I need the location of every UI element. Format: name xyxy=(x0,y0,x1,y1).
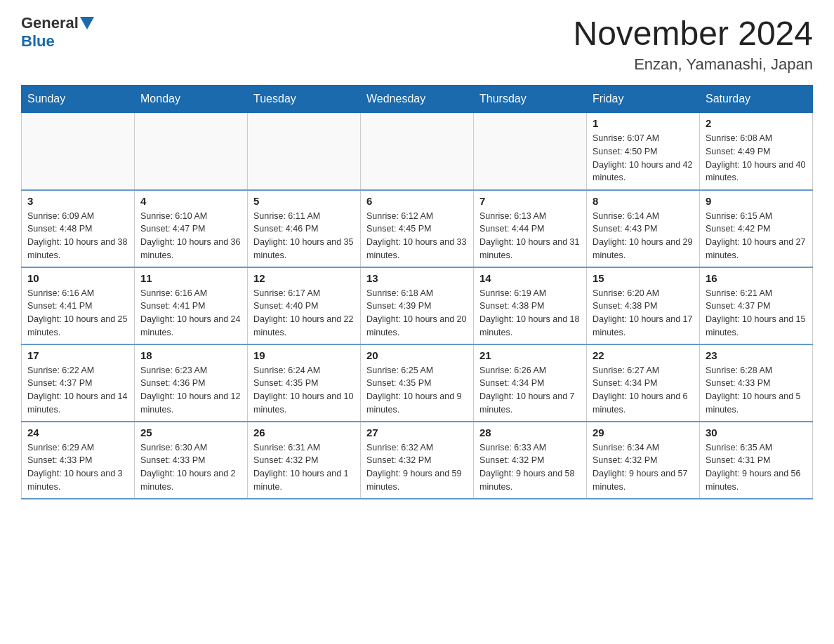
calendar-week-2: 10Sunrise: 6:16 AMSunset: 4:41 PMDayligh… xyxy=(22,267,813,344)
calendar-cell xyxy=(474,113,587,190)
calendar-cell: 26Sunrise: 6:31 AMSunset: 4:32 PMDayligh… xyxy=(248,422,361,499)
calendar-cell: 21Sunrise: 6:26 AMSunset: 4:34 PMDayligh… xyxy=(474,344,587,422)
calendar-cell: 19Sunrise: 6:24 AMSunset: 4:35 PMDayligh… xyxy=(248,344,361,422)
logo-blue-text: Blue xyxy=(21,32,55,50)
day-info: Sunrise: 6:13 AMSunset: 4:44 PMDaylight:… xyxy=(479,210,581,262)
day-number: 22 xyxy=(593,349,694,361)
day-number: 6 xyxy=(366,195,468,207)
calendar-cell: 14Sunrise: 6:19 AMSunset: 4:38 PMDayligh… xyxy=(474,267,587,344)
calendar-cell: 20Sunrise: 6:25 AMSunset: 4:35 PMDayligh… xyxy=(361,344,474,422)
title-area: November 2024 Enzan, Yamanashi, Japan xyxy=(573,14,813,74)
day-number: 19 xyxy=(253,349,355,361)
day-number: 5 xyxy=(253,195,355,207)
day-number: 24 xyxy=(27,427,128,438)
calendar-cell: 13Sunrise: 6:18 AMSunset: 4:39 PMDayligh… xyxy=(361,267,474,344)
calendar-cell: 25Sunrise: 6:30 AMSunset: 4:33 PMDayligh… xyxy=(135,422,248,499)
day-info: Sunrise: 6:22 AMSunset: 4:37 PMDaylight:… xyxy=(27,364,128,417)
day-number: 1 xyxy=(593,117,694,129)
day-number: 21 xyxy=(479,349,581,361)
day-info: Sunrise: 6:35 AMSunset: 4:31 PMDaylight:… xyxy=(706,441,807,494)
day-info: Sunrise: 6:20 AMSunset: 4:38 PMDaylight:… xyxy=(593,287,694,340)
calendar-week-0: 1Sunrise: 6:07 AMSunset: 4:50 PMDaylight… xyxy=(22,113,813,190)
day-number: 23 xyxy=(706,349,807,361)
day-number: 3 xyxy=(27,195,128,207)
weekday-header-monday: Monday xyxy=(135,86,248,113)
day-number: 30 xyxy=(706,427,807,438)
calendar-cell: 29Sunrise: 6:34 AMSunset: 4:32 PMDayligh… xyxy=(587,422,700,499)
day-number: 2 xyxy=(706,117,807,129)
calendar-cell: 16Sunrise: 6:21 AMSunset: 4:37 PMDayligh… xyxy=(700,267,813,344)
day-info: Sunrise: 6:17 AMSunset: 4:40 PMDaylight:… xyxy=(253,287,355,340)
day-number: 28 xyxy=(479,427,581,438)
day-info: Sunrise: 6:32 AMSunset: 4:32 PMDaylight:… xyxy=(366,441,468,494)
day-info: Sunrise: 6:29 AMSunset: 4:33 PMDaylight:… xyxy=(27,441,128,494)
logo: General Blue xyxy=(21,14,95,51)
day-info: Sunrise: 6:11 AMSunset: 4:46 PMDaylight:… xyxy=(253,210,355,262)
day-info: Sunrise: 6:14 AMSunset: 4:43 PMDaylight:… xyxy=(593,210,694,262)
day-info: Sunrise: 6:24 AMSunset: 4:35 PMDaylight:… xyxy=(253,364,355,417)
month-title: November 2024 xyxy=(573,14,813,53)
calendar-body: 1Sunrise: 6:07 AMSunset: 4:50 PMDaylight… xyxy=(22,113,813,499)
day-number: 10 xyxy=(27,272,128,284)
day-info: Sunrise: 6:30 AMSunset: 4:33 PMDaylight:… xyxy=(140,441,241,494)
weekday-header-friday: Friday xyxy=(587,86,700,113)
day-info: Sunrise: 6:21 AMSunset: 4:37 PMDaylight:… xyxy=(706,287,807,340)
day-info: Sunrise: 6:23 AMSunset: 4:36 PMDaylight:… xyxy=(140,364,241,417)
day-info: Sunrise: 6:07 AMSunset: 4:50 PMDaylight:… xyxy=(593,132,694,185)
day-info: Sunrise: 6:28 AMSunset: 4:33 PMDaylight:… xyxy=(706,364,807,417)
day-number: 11 xyxy=(140,272,241,284)
calendar-cell: 5Sunrise: 6:11 AMSunset: 4:46 PMDaylight… xyxy=(248,190,361,267)
calendar-cell: 4Sunrise: 6:10 AMSunset: 4:47 PMDaylight… xyxy=(135,190,248,267)
day-number: 17 xyxy=(27,349,128,361)
calendar-cell: 15Sunrise: 6:20 AMSunset: 4:38 PMDayligh… xyxy=(587,267,700,344)
day-number: 9 xyxy=(706,195,807,207)
day-number: 15 xyxy=(593,272,694,284)
calendar-cell: 23Sunrise: 6:28 AMSunset: 4:33 PMDayligh… xyxy=(700,344,813,422)
page-header: General Blue November 2024 Enzan, Yamana… xyxy=(21,14,813,74)
calendar-week-3: 17Sunrise: 6:22 AMSunset: 4:37 PMDayligh… xyxy=(22,344,813,422)
weekday-header-sunday: Sunday xyxy=(22,86,135,113)
calendar-cell: 9Sunrise: 6:15 AMSunset: 4:42 PMDaylight… xyxy=(700,190,813,267)
calendar-cell: 6Sunrise: 6:12 AMSunset: 4:45 PMDaylight… xyxy=(361,190,474,267)
weekday-header-wednesday: Wednesday xyxy=(361,86,474,113)
day-info: Sunrise: 6:25 AMSunset: 4:35 PMDaylight:… xyxy=(366,364,468,417)
day-info: Sunrise: 6:27 AMSunset: 4:34 PMDaylight:… xyxy=(593,364,694,417)
calendar-cell: 10Sunrise: 6:16 AMSunset: 4:41 PMDayligh… xyxy=(22,267,135,344)
day-info: Sunrise: 6:19 AMSunset: 4:38 PMDaylight:… xyxy=(479,287,581,340)
day-number: 4 xyxy=(140,195,241,207)
calendar-cell: 27Sunrise: 6:32 AMSunset: 4:32 PMDayligh… xyxy=(361,422,474,499)
day-number: 12 xyxy=(253,272,355,284)
day-number: 25 xyxy=(140,427,241,438)
day-info: Sunrise: 6:31 AMSunset: 4:32 PMDaylight:… xyxy=(253,441,355,494)
day-info: Sunrise: 6:16 AMSunset: 4:41 PMDaylight:… xyxy=(27,287,128,340)
calendar-header: SundayMondayTuesdayWednesdayThursdayFrid… xyxy=(22,86,813,113)
weekday-header-tuesday: Tuesday xyxy=(248,86,361,113)
calendar-cell: 28Sunrise: 6:33 AMSunset: 4:32 PMDayligh… xyxy=(474,422,587,499)
day-number: 20 xyxy=(366,349,468,361)
day-info: Sunrise: 6:12 AMSunset: 4:45 PMDaylight:… xyxy=(366,210,468,262)
day-info: Sunrise: 6:16 AMSunset: 4:41 PMDaylight:… xyxy=(140,287,241,340)
day-info: Sunrise: 6:26 AMSunset: 4:34 PMDaylight:… xyxy=(479,364,581,417)
day-info: Sunrise: 6:15 AMSunset: 4:42 PMDaylight:… xyxy=(706,210,807,262)
day-number: 18 xyxy=(140,349,241,361)
day-number: 7 xyxy=(479,195,581,207)
calendar-cell: 1Sunrise: 6:07 AMSunset: 4:50 PMDaylight… xyxy=(587,113,700,190)
logo-general-text: General xyxy=(21,14,79,32)
calendar-table: SundayMondayTuesdayWednesdayThursdayFrid… xyxy=(21,85,813,499)
day-info: Sunrise: 6:09 AMSunset: 4:48 PMDaylight:… xyxy=(27,210,128,262)
weekday-header-saturday: Saturday xyxy=(700,86,813,113)
day-number: 29 xyxy=(593,427,694,438)
calendar-cell: 17Sunrise: 6:22 AMSunset: 4:37 PMDayligh… xyxy=(22,344,135,422)
day-number: 14 xyxy=(479,272,581,284)
calendar-week-4: 24Sunrise: 6:29 AMSunset: 4:33 PMDayligh… xyxy=(22,422,813,499)
calendar-cell: 3Sunrise: 6:09 AMSunset: 4:48 PMDaylight… xyxy=(22,190,135,267)
day-info: Sunrise: 6:34 AMSunset: 4:32 PMDaylight:… xyxy=(593,441,694,494)
day-number: 13 xyxy=(366,272,468,284)
calendar-cell: 30Sunrise: 6:35 AMSunset: 4:31 PMDayligh… xyxy=(700,422,813,499)
calendar-cell: 12Sunrise: 6:17 AMSunset: 4:40 PMDayligh… xyxy=(248,267,361,344)
calendar-cell: 2Sunrise: 6:08 AMSunset: 4:49 PMDaylight… xyxy=(700,113,813,190)
weekday-header-row: SundayMondayTuesdayWednesdayThursdayFrid… xyxy=(22,86,813,113)
calendar-cell: 18Sunrise: 6:23 AMSunset: 4:36 PMDayligh… xyxy=(135,344,248,422)
calendar-cell xyxy=(361,113,474,190)
day-number: 27 xyxy=(366,427,468,438)
